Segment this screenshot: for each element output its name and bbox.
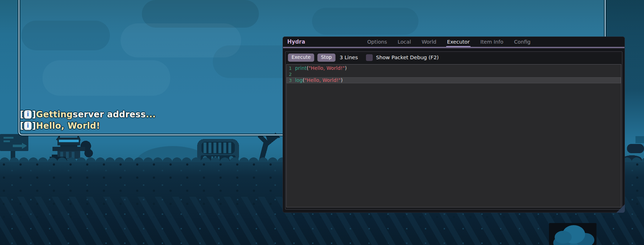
chat-text-segment: Getting (36, 110, 73, 119)
tab-options[interactable]: Options (367, 39, 387, 45)
tab-item-info[interactable]: Item Info (480, 39, 503, 45)
hydra-panel: Hydra OptionsLocalWorldExecutorItem Info… (283, 37, 625, 213)
line-number: 1 (287, 65, 295, 71)
info-icon-glyph: i (27, 123, 29, 129)
token-plain: ) (341, 77, 343, 83)
tab-executor[interactable]: Executor (447, 39, 470, 45)
chat-text-segment: Hello, World! (36, 121, 100, 131)
cloud-block-tile (549, 223, 596, 245)
hydra-menu: OptionsLocalWorldExecutorItem InfoConfig (367, 39, 531, 45)
code-line-2[interactable]: 2 (287, 71, 621, 77)
chat-line: [i]Hello, World! (20, 121, 156, 131)
executor-content: Execute Stop 3 Lines Show Packet Debug (… (285, 51, 622, 210)
chat-line: [i]Getting server address... (20, 109, 156, 120)
code-text: log("Hello, World!") (295, 77, 343, 83)
execute-button[interactable]: Execute (288, 54, 314, 62)
token-string: "Hello, World!" (305, 77, 341, 83)
chat-text-segment: ... (146, 110, 156, 119)
chat-bracket-close: ] (32, 110, 36, 119)
packet-debug-label: Show Packet Debug (F2) (376, 55, 439, 60)
hydra-header: Hydra OptionsLocalWorldExecutorItem Info… (283, 37, 624, 47)
code-text: print("Hello, World!") (295, 65, 347, 71)
token-keyword: print (295, 65, 307, 71)
line-number: 3 (287, 77, 295, 83)
header-divider (283, 47, 624, 48)
stop-button[interactable]: Stop (317, 54, 335, 62)
game-screen: [i]Getting server address...[i]Hello, Wo… (0, 0, 644, 245)
chat-bracket-open: [ (20, 121, 24, 131)
executor-toolbar: Execute Stop 3 Lines Show Packet Debug (… (285, 52, 622, 63)
packet-debug-checkbox[interactable] (366, 54, 373, 61)
code-editor[interactable]: 1print("Hello, World!")23log("Hello, Wor… (286, 64, 621, 207)
chat-text-segment: server address (73, 110, 146, 119)
token-string: "Hello, World!" (309, 65, 345, 71)
pixel-cloud (555, 231, 572, 244)
code-line-1[interactable]: 1print("Hello, World!") (287, 65, 621, 71)
hydra-title: Hydra (287, 39, 305, 45)
token-keyword: log (295, 77, 302, 83)
lines-count: 3 Lines (340, 55, 358, 60)
token-plain: ) (345, 65, 347, 71)
chat-log: [i]Getting server address...[i]Hello, Wo… (20, 109, 156, 131)
tab-world[interactable]: World (422, 39, 437, 45)
chat-bracket-close: ] (32, 121, 36, 131)
chat-bracket-open: [ (20, 110, 24, 119)
code-line-3[interactable]: 3log("Hello, World!") (287, 77, 621, 83)
tab-config[interactable]: Config (514, 39, 531, 45)
info-icon-glyph: i (27, 111, 29, 117)
tab-local[interactable]: Local (398, 39, 411, 45)
info-icon: i (24, 122, 32, 130)
line-number: 2 (287, 71, 295, 77)
info-icon: i (24, 110, 32, 119)
